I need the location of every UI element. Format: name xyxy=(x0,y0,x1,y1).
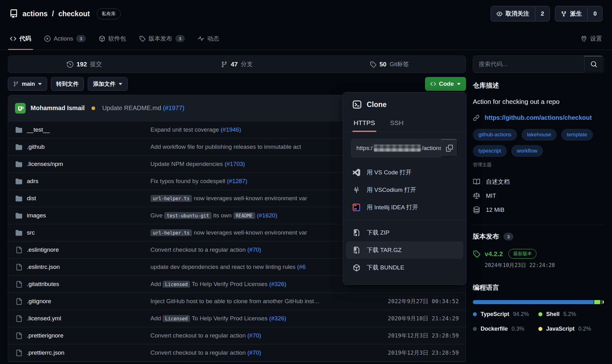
open-vscode-item[interactable]: 用 VS Code 打开 xyxy=(343,164,466,181)
folder-icon xyxy=(15,195,22,202)
file-name-link[interactable]: dist xyxy=(27,195,150,202)
tab-settings[interactable]: 设置 xyxy=(581,27,602,50)
issue-link[interactable]: (#1703) xyxy=(225,161,245,167)
file-name-link[interactable]: images xyxy=(27,212,150,219)
issue-link[interactable]: (#326) xyxy=(269,281,286,287)
download-targz-item[interactable]: 下载 TAR.GZ xyxy=(346,241,463,259)
tab-https[interactable]: HTTPS xyxy=(353,116,376,132)
file-name-link[interactable]: adrs xyxy=(27,178,150,185)
commit-message: url-helper.ts now leverages well-known e… xyxy=(150,229,370,236)
open-intellij-item[interactable]: IJ 用 Intellij IDEA 打开 xyxy=(343,199,466,216)
issue-link[interactable]: (#1620) xyxy=(257,212,277,219)
topic-pill[interactable]: github-actions xyxy=(473,129,517,141)
watch-count[interactable]: 2 xyxy=(535,6,550,21)
message-text: now leverages well-known environment var xyxy=(192,195,307,201)
commit-message: Fix typos found by codespell (#1287) xyxy=(150,178,370,185)
file-name-link[interactable]: .github xyxy=(27,143,150,150)
issue-link[interactable]: (#326) xyxy=(269,315,286,322)
download-zip-item[interactable]: 下载 ZIP xyxy=(343,224,466,241)
search-button[interactable] xyxy=(584,56,604,73)
message-text: Give xyxy=(150,212,164,219)
topic-pill[interactable]: lakehouse xyxy=(521,129,557,141)
readme-row[interactable]: 自述文档 xyxy=(473,175,604,189)
clone-url-input[interactable]: https:/ /actions/ch xyxy=(351,139,441,157)
tags-stat[interactable]: 50 Git标签 xyxy=(313,60,466,68)
copy-url-button[interactable] xyxy=(441,139,458,157)
releases-title[interactable]: 版本发布 xyxy=(473,232,499,241)
language-bar-segment xyxy=(601,300,602,304)
language-bar-segment xyxy=(594,300,600,304)
tab-packages[interactable]: 软件包 xyxy=(99,27,126,50)
message-text: now leverages well-known environment var xyxy=(192,229,307,236)
license-row[interactable]: MIT xyxy=(473,189,604,203)
language-legend-item[interactable]: Dockerfile0.3% xyxy=(473,326,538,332)
fork-button[interactable]: 派生 0 xyxy=(555,6,603,22)
tab-releases[interactable]: 版本发布 3 xyxy=(139,27,185,50)
topic-pill[interactable]: workflow xyxy=(511,145,543,157)
commit-message: Convert checkout to a regular action (#7… xyxy=(150,246,370,253)
website-row: https://github.com/actions/checkout xyxy=(473,114,604,121)
file-name-link[interactable]: .eslintignore xyxy=(27,246,150,253)
open-vscodium-item[interactable]: 用 VSCodium 打开 xyxy=(343,181,466,199)
file-name-link[interactable]: __test__ xyxy=(27,126,150,133)
issue-link[interactable]: (#70) xyxy=(247,349,261,356)
file-name-link[interactable]: src xyxy=(27,229,150,236)
folder-icon xyxy=(15,161,22,167)
search-input[interactable] xyxy=(473,56,584,73)
file-name-link[interactable]: .eslintrc.json xyxy=(27,264,150,270)
download-bundle-item[interactable]: 下载 BUNDLE xyxy=(343,259,466,276)
file-name-link[interactable]: .prettierrc.json xyxy=(27,349,150,356)
code-search-box xyxy=(473,56,604,73)
release-tag-link[interactable]: v4.2.2 xyxy=(485,250,503,258)
file-icon xyxy=(15,264,22,270)
language-legend-item[interactable]: Shell5.2% xyxy=(538,311,604,318)
language-color-dot xyxy=(473,312,477,316)
tab-actions[interactable]: Actions 3 xyxy=(44,27,86,50)
file-name-link[interactable]: .prettierignore xyxy=(27,332,150,339)
language-legend-item[interactable]: JavaScript0.2% xyxy=(538,326,604,332)
file-name-link[interactable]: .gitignore xyxy=(27,298,150,305)
website-link[interactable]: https://github.com/actions/checkout xyxy=(485,114,592,121)
language-legend: TypeScript94.2%Shell5.2%Dockerfile0.3%Ja… xyxy=(473,311,604,332)
branches-stat[interactable]: 47 分支 xyxy=(161,60,313,68)
issue-link[interactable]: (#1287) xyxy=(227,178,247,184)
file-name-link[interactable]: .gitattributes xyxy=(27,281,150,288)
code-dropdown-button[interactable]: Code xyxy=(425,77,466,91)
package-icon xyxy=(352,264,360,271)
language-legend-item[interactable]: TypeScript94.2% xyxy=(473,311,538,318)
topic-pill[interactable]: template xyxy=(561,129,593,141)
tag-icon xyxy=(139,36,145,42)
goto-file-button[interactable]: 转到文件 xyxy=(51,77,84,91)
tab-code[interactable]: 代码 xyxy=(10,27,31,50)
tab-activity[interactable]: 动态 xyxy=(198,27,219,50)
releases-header: 版本发布 3 xyxy=(473,232,604,241)
tab-settings-label: 设置 xyxy=(590,35,602,43)
avatar[interactable] xyxy=(15,103,26,114)
add-file-button[interactable]: 添加文件 xyxy=(88,77,128,91)
commits-stat[interactable]: 192 提交 xyxy=(8,60,161,68)
clone-menu-items: 用 VS Code 打开 用 VSCodium 打开 IJ 用 Intellij… xyxy=(343,161,466,278)
tab-actions-label: Actions xyxy=(54,35,73,42)
issue-link[interactable]: (#6 xyxy=(297,264,306,270)
repo-owner-link[interactable]: actions xyxy=(22,10,48,18)
commit-issue-link[interactable]: (#1977) xyxy=(163,104,184,111)
unwatch-button[interactable]: 取消关注 2 xyxy=(491,6,550,22)
fork-count[interactable]: 0 xyxy=(587,6,602,21)
message-text: Convert checkout to a regular action xyxy=(150,332,247,339)
message-text: its own xyxy=(212,212,233,219)
message-text: Add xyxy=(150,281,163,287)
issue-link[interactable]: (#1946) xyxy=(221,126,241,133)
topic-pill[interactable]: typescript xyxy=(473,145,507,157)
commit-author-link[interactable]: Mohammad Ismail xyxy=(31,104,85,112)
issue-link[interactable]: (#70) xyxy=(247,246,261,253)
tab-ssh[interactable]: SSH xyxy=(389,116,404,132)
commit-message-link[interactable]: Update README.md (#1977) xyxy=(102,104,184,112)
wrench-icon xyxy=(581,36,587,42)
file-name-link[interactable]: .licensed.yml xyxy=(27,315,150,322)
file-name-link[interactable]: .licenses/npm xyxy=(27,161,150,167)
issue-link[interactable]: (#70) xyxy=(247,332,261,339)
repo-name-link[interactable]: checkout xyxy=(58,10,90,18)
open-vscodium-label: 用 VSCodium 打开 xyxy=(367,186,416,194)
branch-selector[interactable]: main xyxy=(8,77,47,91)
manage-topics-link[interactable]: 管理主题 xyxy=(473,162,604,168)
